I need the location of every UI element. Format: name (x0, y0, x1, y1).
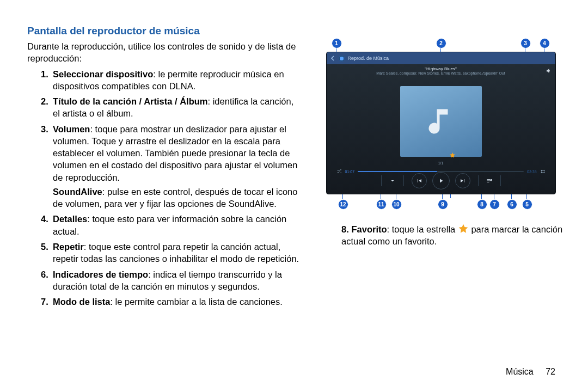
device-select-icon[interactable] (339, 56, 345, 62)
player-figure: 1 2 3 4 12 11 10 9 8 7 6 5 (326, 38, 555, 210)
callout-12: 12 (338, 199, 348, 210)
callout-4: 4 (540, 38, 550, 48)
callout-8: 8 (477, 199, 487, 210)
footer-page: 72 (546, 367, 555, 376)
player-header: Reprod. de Música (348, 56, 389, 61)
item-8: 8. Favorito: toque la estrella para marc… (317, 223, 564, 248)
list-item: Volumen: toque para mostrar un deslizado… (41, 123, 301, 210)
left-column: Pantalla del reproductor de música Duran… (27, 22, 301, 311)
sub-paragraph: SoundAlive: pulse en este control, despu… (53, 186, 301, 210)
section-title: Pantalla del reproductor de música (27, 25, 301, 37)
callout-6: 6 (507, 199, 517, 210)
song-title-block: "Highway Blues" Marc Seales, composer. N… (327, 64, 555, 77)
footer-section: Música (506, 367, 534, 376)
right-column: 1 2 3 4 12 11 10 9 8 7 6 5 (317, 22, 564, 248)
music-player-screenshot: Reprod. de Música "Highway Blues" Marc S… (326, 52, 556, 194)
details-chevron-icon[interactable] (389, 177, 396, 184)
back-icon[interactable] (330, 56, 335, 61)
list-mode-icon[interactable] (486, 177, 493, 184)
callout-1: 1 (332, 38, 342, 48)
callout-2: 2 (436, 38, 446, 48)
callout-10: 10 (391, 199, 402, 210)
numbered-list: Seleccionar dispositivo: le permite repr… (27, 68, 301, 308)
music-note-icon (425, 105, 457, 138)
list-item: Indicadores de tiempo: indica el tiempo … (41, 268, 301, 293)
callout-11: 11 (376, 199, 387, 210)
callout-5: 5 (522, 199, 532, 210)
callout-3: 3 (520, 38, 531, 48)
favorite-star-icon[interactable] (449, 152, 456, 158)
intro-text: Durante la reproducción, utilice los con… (27, 40, 301, 65)
callout-9: 9 (438, 199, 448, 210)
page-count: 1/1 (327, 161, 555, 165)
list-item: Seleccionar dispositivo: le permite repr… (41, 68, 301, 93)
player-topbar: Reprod. de Música (327, 52, 555, 64)
song-meta: Marc Seales, composer. New Stories. Erni… (338, 71, 544, 75)
playback-controls (327, 172, 555, 189)
prev-button[interactable] (412, 173, 427, 188)
play-button[interactable] (432, 172, 450, 189)
next-button[interactable] (455, 173, 470, 188)
album-art[interactable] (400, 86, 482, 157)
list-item: Modo de lista: le permite cambiar a la l… (41, 296, 301, 308)
star-icon (458, 223, 469, 234)
list-item: Título de la canción / Artista / Álbum: … (41, 95, 301, 120)
song-title: "Highway Blues" (338, 66, 544, 71)
page-footer: Música 72 (506, 367, 555, 377)
volume-icon[interactable] (546, 68, 552, 74)
list-item: Detalles: toque esto para ver informació… (41, 213, 301, 237)
list-item: Repetir: toque este control para repetir… (41, 241, 301, 265)
callout-7: 7 (489, 199, 500, 210)
